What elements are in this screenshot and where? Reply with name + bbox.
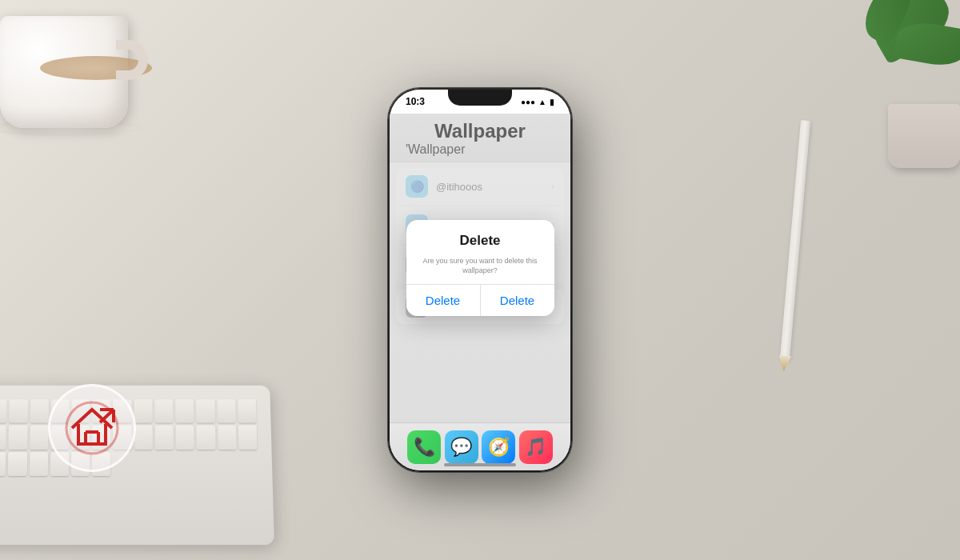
screen-content: Wallpaper 'Wallpaper 🔵 @itihooos › 📶 Can… <box>390 114 570 422</box>
iphone: 10:3 ●●● ▲ ▮ Wallpaper 'Wallpaper 🔵 <box>388 88 572 472</box>
dialog-subtitle: Are you sure you want to delete this wal… <box>406 254 554 283</box>
dock-messages-icon[interactable]: 💬 <box>445 430 478 464</box>
dialog-delete-right-button[interactable]: Delete <box>481 285 554 316</box>
plant <box>808 0 960 184</box>
signal-icon: ●●● <box>521 98 535 106</box>
key <box>0 426 6 450</box>
key <box>30 399 48 423</box>
key <box>238 426 258 450</box>
key <box>0 399 7 423</box>
dialog-delete-left-button[interactable]: Delete <box>406 285 480 316</box>
dialog-title: Delete <box>419 233 542 249</box>
key <box>8 452 27 476</box>
key <box>176 426 194 450</box>
phone-container: 10:3 ●●● ▲ ▮ Wallpaper 'Wallpaper 🔵 <box>388 88 572 472</box>
battery-icon: ▮ <box>550 98 554 106</box>
logo-overlay <box>48 384 144 480</box>
dialog-buttons: Delete Delete <box>406 285 554 316</box>
status-bar: 10:3 ●●● ▲ ▮ <box>390 90 570 114</box>
status-icons: ●●● ▲ ▮ <box>521 98 554 106</box>
dock-phone-icon[interactable]: 📞 <box>407 430 441 464</box>
key <box>175 399 194 423</box>
notch <box>448 90 512 106</box>
wifi-icon: ▲ <box>538 98 546 106</box>
key <box>154 399 173 423</box>
key <box>197 426 216 450</box>
key <box>29 452 48 476</box>
key <box>30 426 48 450</box>
cup-body <box>0 16 128 128</box>
key <box>9 399 28 423</box>
phone-screen: 10:3 ●●● ▲ ▮ Wallpaper 'Wallpaper 🔵 <box>390 90 570 470</box>
dock-safari-icon[interactable]: 🧭 <box>482 430 515 464</box>
key <box>9 426 28 450</box>
dialog-overlay: Delete Are you sure you want to delete t… <box>390 114 570 422</box>
key <box>218 426 237 450</box>
dock: 📞 💬 🧭 🎵 <box>390 422 570 470</box>
plant-pot <box>888 104 960 168</box>
key <box>217 399 236 423</box>
coffee-cup <box>0 0 192 208</box>
status-time: 10:3 <box>406 96 425 107</box>
logo-icon <box>64 400 120 456</box>
dock-music-icon[interactable]: 🎵 <box>519 430 553 464</box>
delete-dialog: Delete Are you sure you want to delete t… <box>406 220 554 315</box>
home-indicator <box>444 463 516 466</box>
key <box>238 399 257 423</box>
logo-circle <box>48 384 136 472</box>
key <box>196 399 215 423</box>
key <box>0 452 6 476</box>
key <box>155 426 174 450</box>
dialog-title-area: Delete <box>406 220 554 254</box>
